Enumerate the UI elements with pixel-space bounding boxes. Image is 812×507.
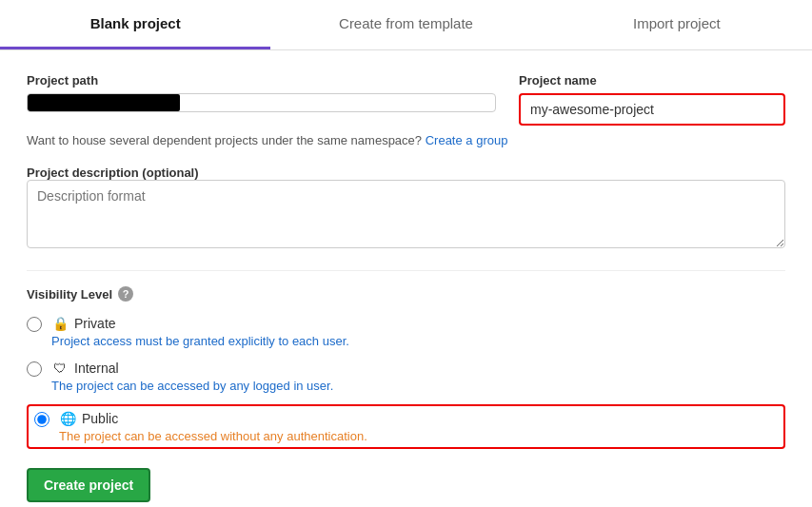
path-redacted-value bbox=[28, 94, 180, 111]
project-path-label: Project path bbox=[27, 73, 496, 88]
visibility-private-radio[interactable] bbox=[27, 317, 42, 332]
tab-blank-project[interactable]: Blank project bbox=[0, 0, 270, 49]
project-path-input[interactable] bbox=[27, 93, 496, 112]
visibility-public-desc: The project can be accessed without any … bbox=[59, 429, 367, 443]
visibility-help-icon[interactable]: ? bbox=[118, 286, 133, 302]
visibility-public-content: Public The project can be accessed witho… bbox=[59, 410, 367, 443]
shield-icon bbox=[51, 360, 69, 377]
section-divider bbox=[27, 270, 785, 271]
globe-icon bbox=[59, 410, 76, 427]
visibility-internal-item: Internal The project can be accessed by … bbox=[27, 360, 785, 393]
visibility-section-label: Visibility Level ? bbox=[27, 286, 785, 302]
visibility-public-item: Public The project can be accessed witho… bbox=[27, 404, 785, 449]
visibility-internal-content: Internal The project can be accessed by … bbox=[51, 360, 333, 393]
create-group-link[interactable]: Create a group bbox=[426, 133, 508, 147]
tab-bar: Blank project Create from template Impor… bbox=[0, 0, 812, 50]
visibility-private-item: Private Project access must be granted e… bbox=[27, 315, 785, 348]
create-project-button[interactable]: Create project bbox=[27, 468, 150, 502]
description-label: Project description (optional) bbox=[27, 166, 199, 180]
namespace-hint: Want to house several dependent projects… bbox=[27, 133, 785, 147]
form-content: Project path Project name Want to house … bbox=[0, 50, 812, 507]
visibility-public-title: Public bbox=[59, 410, 367, 427]
visibility-private-content: Private Project access must be granted e… bbox=[51, 315, 349, 348]
description-textarea[interactable] bbox=[27, 180, 785, 248]
tab-create-from-template[interactable]: Create from template bbox=[270, 0, 541, 49]
visibility-public-radio[interactable] bbox=[34, 412, 50, 427]
visibility-internal-title: Internal bbox=[51, 360, 333, 377]
visibility-internal-radio[interactable] bbox=[27, 361, 42, 377]
visibility-internal-desc: The project can be accessed by any logge… bbox=[51, 379, 333, 393]
visibility-private-desc: Project access must be granted explicitl… bbox=[51, 334, 349, 348]
lock-icon bbox=[51, 315, 69, 332]
project-name-label: Project name bbox=[519, 73, 785, 88]
visibility-radio-group: Private Project access must be granted e… bbox=[27, 315, 785, 449]
description-group: Project description (optional) bbox=[27, 165, 785, 251]
visibility-private-title: Private bbox=[51, 315, 349, 332]
tab-import-project[interactable]: Import project bbox=[542, 0, 812, 49]
path-name-row: Project path Project name bbox=[27, 73, 785, 126]
project-name-input[interactable] bbox=[519, 93, 785, 126]
project-path-group: Project path bbox=[27, 73, 496, 126]
project-name-group: Project name bbox=[519, 73, 785, 126]
